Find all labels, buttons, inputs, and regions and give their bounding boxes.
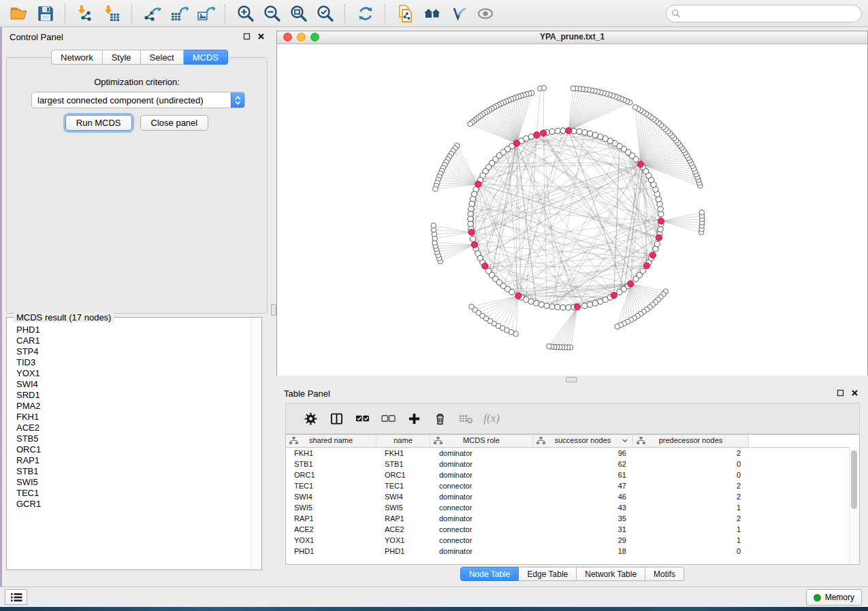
clone-network-button[interactable] <box>393 2 418 25</box>
cell-MCDS-role[interactable]: dominator <box>430 469 533 480</box>
cell-MCDS-role[interactable]: dominator <box>430 491 533 502</box>
cell-MCDS-role[interactable]: connector <box>430 480 533 491</box>
cell-shared-name[interactable]: SWI5 <box>286 502 376 513</box>
zoom-in-button[interactable] <box>233 2 258 25</box>
table-close-button[interactable] <box>850 389 859 397</box>
cell-successor-nodes[interactable]: 43 <box>533 502 633 513</box>
table-row[interactable]: STB1STB1dominator620 <box>286 459 859 469</box>
cell-shared-name[interactable]: FKH1 <box>286 448 376 459</box>
column-header-predecessor-nodes[interactable]: predecessor nodes <box>633 435 749 447</box>
cell-predecessor-nodes[interactable]: 0 <box>633 469 749 480</box>
network-graph[interactable] <box>277 44 867 376</box>
cell-name[interactable]: SWI4 <box>376 491 430 502</box>
mcds-result-item[interactable]: STP4 <box>16 346 251 357</box>
cell-name[interactable]: SWI5 <box>376 502 430 513</box>
column-header-shared-name[interactable]: shared name <box>286 435 376 447</box>
select-all-button[interactable] <box>349 406 375 431</box>
cell-name[interactable]: FKH1 <box>376 448 430 459</box>
window-maximize-button[interactable] <box>310 33 319 42</box>
split-panel-button[interactable] <box>323 406 349 431</box>
run-mcds-button[interactable]: Run MCDS <box>65 115 132 131</box>
cell-predecessor-nodes[interactable]: 1 <box>633 535 749 546</box>
save-session-button[interactable] <box>33 2 58 25</box>
column-header-name[interactable]: name <box>376 435 430 447</box>
mcds-result-item[interactable]: GCR1 <box>16 499 251 510</box>
cell-successor-nodes[interactable]: 18 <box>533 546 633 557</box>
mcds-result-item[interactable]: STB5 <box>16 433 251 444</box>
export-table-button[interactable] <box>166 2 191 25</box>
cell-successor-nodes[interactable]: 35 <box>533 513 633 524</box>
cell-shared-name[interactable]: ACE2 <box>286 524 376 535</box>
search-input[interactable] <box>684 6 858 21</box>
column-header-MCDS-role[interactable]: MCDS role <box>430 435 533 447</box>
cell-shared-name[interactable]: TEC1 <box>286 480 376 491</box>
cell-shared-name[interactable]: SWI4 <box>286 491 376 502</box>
tab-network[interactable]: Network <box>51 50 103 65</box>
import-network-button[interactable] <box>73 2 98 25</box>
table-scrollbar-thumb[interactable] <box>851 450 857 509</box>
export-network-button[interactable] <box>140 2 165 25</box>
cell-name[interactable]: PHD1 <box>376 546 430 557</box>
mcds-result-item[interactable]: PMA2 <box>16 401 251 412</box>
close-panel-button-mcds[interactable]: Close panel <box>140 115 209 131</box>
cell-shared-name[interactable]: YOX1 <box>286 535 376 546</box>
show-hide-button[interactable] <box>472 2 498 25</box>
mcds-result-item[interactable]: TEC1 <box>16 488 251 499</box>
mcds-result-item[interactable]: CAR1 <box>16 335 251 346</box>
open-session-button[interactable] <box>6 2 31 25</box>
deselect-all-button[interactable] <box>375 406 401 431</box>
cell-shared-name[interactable]: STB1 <box>286 459 376 469</box>
mcds-result-item[interactable]: ORC1 <box>16 444 251 455</box>
cell-name[interactable]: TEC1 <box>376 480 430 491</box>
cell-predecessor-nodes[interactable]: 2 <box>633 480 749 491</box>
cell-predecessor-nodes[interactable]: 1 <box>633 502 749 513</box>
cell-predecessor-nodes[interactable]: 1 <box>633 524 749 535</box>
mcds-result-list[interactable]: PHD1CAR1STP4TID3YOX1SWI4SRD1PMA2FKH1ACE2… <box>7 325 251 568</box>
window-close-button[interactable] <box>283 33 292 42</box>
cell-name[interactable]: YOX1 <box>376 535 430 546</box>
tab-mcds[interactable]: MCDS <box>184 50 228 65</box>
tab-motifs[interactable]: Motifs <box>645 567 684 581</box>
cell-successor-nodes[interactable]: 62 <box>533 459 633 469</box>
annotation-mode-button[interactable] <box>446 2 471 25</box>
cell-predecessor-nodes[interactable]: 2 <box>633 491 749 502</box>
cell-name[interactable]: STB1 <box>376 459 430 469</box>
mcds-result-item[interactable]: SWI4 <box>16 379 251 390</box>
zoom-out-button[interactable] <box>259 2 285 25</box>
delete-column-button[interactable] <box>427 406 453 431</box>
table-scrollbar[interactable] <box>849 447 859 564</box>
mcds-result-item[interactable]: RAP1 <box>16 455 251 466</box>
horizontal-splitter-handle[interactable] <box>566 377 577 382</box>
mcds-result-item[interactable]: TID3 <box>16 357 251 368</box>
mcds-result-item[interactable]: YOX1 <box>16 368 251 379</box>
cell-MCDS-role[interactable]: dominator <box>430 546 533 557</box>
cell-MCDS-role[interactable]: connector <box>430 535 533 546</box>
cell-predecessor-nodes[interactable]: 0 <box>633 459 749 469</box>
settings-button[interactable] <box>298 406 323 431</box>
mcds-result-item[interactable]: SRD1 <box>16 390 251 401</box>
cell-successor-nodes[interactable]: 61 <box>533 469 633 480</box>
cell-MCDS-role[interactable]: dominator <box>430 459 533 469</box>
table-row[interactable]: TEC1TEC1connector472 <box>286 480 859 491</box>
cell-MCDS-role[interactable]: dominator <box>430 513 533 524</box>
cell-name[interactable]: ORC1 <box>376 469 430 480</box>
table-float-button[interactable] <box>836 389 845 397</box>
export-image-button[interactable] <box>193 2 218 25</box>
cell-shared-name[interactable]: PHD1 <box>286 546 376 557</box>
cell-predecessor-nodes[interactable]: 2 <box>633 513 749 524</box>
network-overview-button[interactable] <box>419 2 445 25</box>
cell-predecessor-nodes[interactable]: 2 <box>633 448 749 459</box>
cell-MCDS-role[interactable]: connector <box>430 524 533 535</box>
cell-predecessor-nodes[interactable]: 0 <box>633 546 749 557</box>
tab-select[interactable]: Select <box>141 50 184 65</box>
add-column-button[interactable] <box>401 406 427 431</box>
cell-shared-name[interactable]: ORC1 <box>286 469 376 480</box>
tab-network-table[interactable]: Network Table <box>577 567 645 581</box>
table-row[interactable]: RAP1RAP1dominator352 <box>286 513 859 524</box>
mcds-result-item[interactable]: STB1 <box>16 466 251 477</box>
cell-successor-nodes[interactable]: 96 <box>533 448 633 459</box>
cell-MCDS-role[interactable]: connector <box>430 502 533 513</box>
task-history-button[interactable] <box>5 589 27 605</box>
window-minimize-button[interactable] <box>297 33 306 42</box>
cell-MCDS-role[interactable]: dominator <box>430 448 533 459</box>
